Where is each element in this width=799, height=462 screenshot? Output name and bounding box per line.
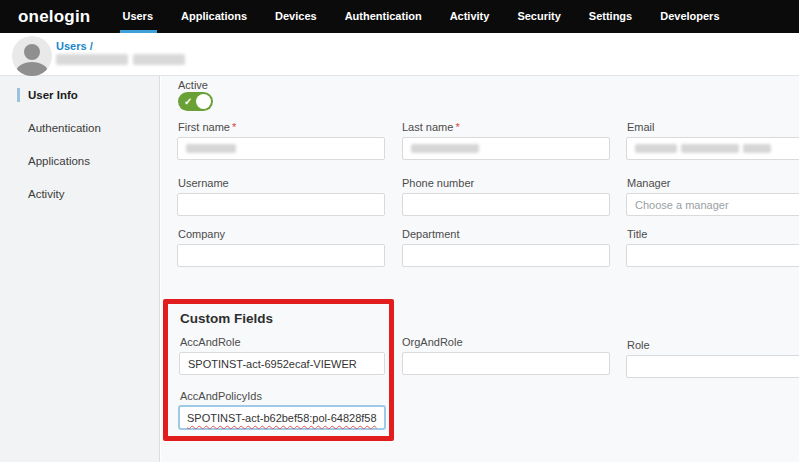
manager-label: Manager bbox=[627, 177, 670, 189]
acc-and-policy-ids-label: AccAndPolicyIds bbox=[180, 390, 262, 402]
nav-tab-authentication[interactable]: Authentication bbox=[344, 0, 423, 33]
nav-tab-activity[interactable]: Activity bbox=[449, 0, 491, 33]
sidebar-item-applications[interactable]: Applications bbox=[0, 147, 159, 175]
last-name-label: Last name* bbox=[402, 121, 460, 133]
department-input[interactable] bbox=[402, 244, 610, 267]
last-name-field[interactable] bbox=[402, 137, 610, 160]
role-input[interactable] bbox=[626, 355, 799, 378]
acc-and-policy-ids-input[interactable]: SPOTINST-act-b62bef58:pol-64828f58 bbox=[178, 405, 386, 430]
onelogin-logo: onelogin bbox=[18, 0, 90, 33]
phone-number-input[interactable] bbox=[402, 193, 610, 216]
email-field[interactable] bbox=[626, 137, 799, 160]
role-label: Role bbox=[627, 339, 650, 351]
department-label: Department bbox=[402, 228, 459, 240]
nav-tab-security[interactable]: Security bbox=[516, 0, 561, 33]
user-name-redacted bbox=[56, 54, 185, 65]
sidebar-item-activity[interactable]: Activity bbox=[0, 180, 159, 208]
title-input[interactable] bbox=[626, 244, 799, 267]
nav-tab-applications[interactable]: Applications bbox=[180, 0, 248, 33]
nav-items: Users Applications Devices Authenticatio… bbox=[121, 0, 720, 33]
onelogin-admin-page: onelogin Users Applications Devices Auth… bbox=[0, 0, 799, 462]
user-header: Users / bbox=[0, 33, 799, 76]
user-avatar-icon bbox=[12, 36, 52, 76]
top-nav: onelogin Users Applications Devices Auth… bbox=[0, 0, 799, 33]
username-input[interactable] bbox=[177, 193, 385, 216]
active-indicator-bar bbox=[17, 88, 20, 102]
acc-and-role-input[interactable] bbox=[179, 352, 385, 375]
company-label: Company bbox=[178, 228, 225, 240]
company-input[interactable] bbox=[177, 244, 385, 267]
nav-tab-users[interactable]: Users bbox=[121, 0, 154, 33]
active-toggle[interactable]: ✓ bbox=[178, 92, 213, 111]
org-and-role-input[interactable] bbox=[402, 352, 610, 375]
nav-tab-devices[interactable]: Devices bbox=[274, 0, 318, 33]
required-asterisk: * bbox=[455, 121, 459, 133]
active-label: Active bbox=[178, 79, 208, 91]
nav-tab-developers[interactable]: Developers bbox=[659, 0, 720, 33]
toggle-knob bbox=[196, 94, 211, 109]
first-name-label: First name* bbox=[178, 121, 236, 133]
phone-number-label: Phone number bbox=[402, 177, 474, 189]
email-label: Email bbox=[627, 121, 655, 133]
first-name-field[interactable] bbox=[177, 137, 385, 160]
manager-input[interactable] bbox=[626, 193, 799, 216]
breadcrumb[interactable]: Users / bbox=[56, 40, 93, 52]
check-icon: ✓ bbox=[184, 95, 192, 108]
username-label: Username bbox=[178, 177, 229, 189]
required-asterisk: * bbox=[232, 121, 236, 133]
org-and-role-label: OrgAndRole bbox=[402, 336, 463, 348]
sidebar-item-authentication[interactable]: Authentication bbox=[0, 114, 159, 142]
custom-fields-heading: Custom Fields bbox=[180, 311, 273, 326]
acc-and-role-label: AccAndRole bbox=[180, 336, 241, 348]
sidebar-item-user-info[interactable]: User Info bbox=[0, 81, 159, 109]
sidebar: User Info Authentication Applications Ac… bbox=[0, 76, 160, 462]
nav-tab-settings[interactable]: Settings bbox=[588, 0, 633, 33]
title-label: Title bbox=[627, 228, 647, 240]
